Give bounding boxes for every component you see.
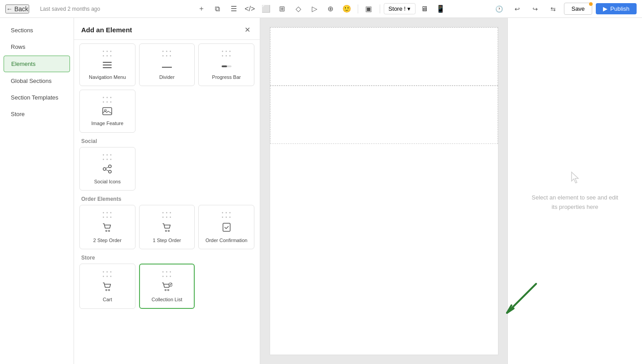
back-button[interactable]: ← Back — [5, 4, 29, 13]
element-card-navigation-menu[interactable]: • • •• • • Navigation Menu — [79, 43, 135, 86]
add-element-btn[interactable]: ＋ — [194, 2, 209, 16]
element-card-divider[interactable]: • • •• • • Divider — [139, 43, 195, 86]
svg-point-19 — [109, 290, 110, 291]
element-card-1-step-order[interactable]: • • •• • • 1 Step Order — [139, 205, 195, 249]
redo-btn[interactable]: ↪ — [528, 2, 542, 16]
card-dots: • • •• • • — [222, 49, 231, 58]
svg-point-14 — [109, 230, 110, 231]
panel-toggle-btn[interactable]: ▣ — [362, 2, 376, 16]
panel-close-button[interactable]: ✕ — [242, 24, 253, 35]
image-feature-label: Image Feature — [92, 120, 124, 126]
navigation-menu-icon — [102, 61, 112, 71]
element-card-social-icons[interactable]: • • •• • • Social Icons — [79, 147, 135, 191]
2-step-order-label: 2 Step Order — [93, 237, 122, 243]
element-card-cart[interactable]: • • •• • • Cart — [79, 264, 135, 309]
sidebar-item-section-templates[interactable]: Section Templates — [4, 90, 70, 105]
social-elements-grid: • • •• • • Social Icons — [79, 147, 254, 191]
shapes-btn[interactable]: ◇ — [291, 2, 306, 16]
emoji-btn[interactable]: 🙂 — [340, 2, 354, 16]
svg-point-9 — [103, 168, 106, 170]
back-label: Back — [14, 5, 28, 13]
card-dots: • • •• • • — [162, 211, 171, 220]
undo-btn[interactable]: ↩ — [510, 2, 524, 16]
2-step-order-icon — [102, 222, 112, 234]
canvas-row-1 — [270, 27, 498, 86]
right-panel-hint: Select an element to see and edit its pr… — [530, 193, 620, 212]
collection-list-label: Collection List — [152, 296, 182, 303]
save-label: Save — [572, 5, 585, 12]
pages-btn[interactable]: ☰ — [227, 2, 241, 16]
element-card-progress-bar[interactable]: • • •• • • Progress Bar — [198, 43, 254, 86]
topbar: ← Back Last saved 2 months ago ＋ ⧉ ☰ </>… — [0, 0, 642, 18]
right-properties-panel: Select an element to see and edit its pr… — [507, 18, 642, 364]
layout-btn[interactable]: ⬜ — [259, 2, 273, 16]
publish-button[interactable]: ▶ Publish — [596, 3, 637, 14]
tablet-device-btn[interactable]: 📱 — [433, 2, 448, 16]
svg-point-15 — [165, 230, 166, 231]
divider-label: Divider — [159, 74, 175, 80]
image-feature-icon — [102, 107, 112, 117]
back-arrow-icon: ← — [6, 5, 13, 13]
element-card-order-confirmation[interactable]: • • •• • • Order Confirmation — [198, 205, 254, 249]
media-btn[interactable]: ▷ — [307, 2, 322, 16]
canvas-empty-area — [270, 144, 498, 278]
sidebar-item-global-sections[interactable]: Global Sections — [4, 73, 70, 89]
panel-header: Add an Element ✕ — [74, 18, 260, 40]
history-btn[interactable]: 🕐 — [492, 2, 507, 16]
element-card-2-step-order[interactable]: • • •• • • 2 Step Order — [79, 205, 135, 249]
progress-bar-label: Progress Bar — [212, 74, 241, 80]
order-confirmation-label: Order Confirmation — [205, 237, 248, 243]
svg-rect-3 — [162, 67, 172, 68]
cart-icon — [102, 282, 112, 294]
last-saved-text: Last saved 2 months ago — [40, 6, 100, 12]
svg-point-13 — [106, 230, 107, 231]
toolbar-center: ＋ ⧉ ☰ </> ⬜ ⊞ ◇ ▷ ⊕ 🙂 ▣ Store ! ▾ 🖥 📱 — [194, 2, 448, 16]
svg-point-21 — [167, 290, 169, 291]
canvas-row-2 — [270, 86, 498, 144]
1-step-order-icon — [162, 222, 172, 234]
social-icons-icon — [102, 165, 113, 176]
code-btn[interactable]: </> — [243, 2, 257, 16]
element-card-collection-list[interactable]: • • •• • • Collection List — [139, 264, 195, 309]
element-card-image-feature[interactable]: • • •• • • Image Feature — [79, 90, 135, 132]
integrations-btn[interactable]: ⊕ — [323, 2, 338, 16]
svg-rect-5 — [222, 65, 227, 67]
left-sidebar: Sections Rows Elements Global Sections S… — [0, 18, 74, 364]
publish-label: Publish — [610, 5, 629, 12]
card-dots: • • •• • • — [162, 270, 171, 279]
card-dots: • • •• • • — [103, 211, 112, 220]
save-button[interactable]: Save — [564, 3, 593, 15]
grid-btn[interactable]: ⊞ — [275, 2, 289, 16]
desktop-device-btn[interactable]: 🖥 — [417, 2, 432, 16]
topbar-right: 🕐 ↩ ↪ ⇆ Save ▶ Publish — [492, 2, 637, 16]
svg-rect-1 — [103, 65, 112, 65]
sidebar-item-store[interactable]: Store — [4, 106, 70, 122]
add-element-panel: Add an Element ✕ • • •• • • Navigation M… — [74, 18, 260, 364]
settings-btn[interactable]: ⇆ — [546, 2, 560, 16]
sidebar-item-elements[interactable]: Elements — [4, 56, 70, 72]
svg-rect-6 — [103, 108, 112, 115]
svg-line-11 — [106, 167, 109, 168]
publish-icon: ▶ — [603, 5, 607, 12]
svg-rect-0 — [103, 62, 112, 63]
svg-point-18 — [106, 290, 107, 291]
canvas-frame — [270, 27, 498, 355]
sidebar-item-sections[interactable]: Sections — [4, 22, 70, 38]
panel-title: Add an Element — [81, 26, 132, 34]
sidebar-item-rows[interactable]: Rows — [4, 39, 70, 55]
order-confirmation-icon — [222, 222, 231, 234]
divider-icon — [162, 61, 172, 71]
layers-btn[interactable]: ⧉ — [210, 2, 225, 16]
1-step-order-label: 1 Step Order — [153, 237, 181, 243]
main-layout: Sections Rows Elements Global Sections S… — [0, 18, 642, 364]
svg-point-7 — [105, 109, 106, 111]
canvas-area — [260, 18, 507, 364]
cart-label: Cart — [103, 296, 112, 303]
card-dots: • • •• • • — [222, 211, 231, 220]
toolbar-divider — [358, 4, 358, 13]
store-selector[interactable]: Store ! ▾ — [384, 3, 415, 14]
toolbar-divider-2 — [380, 4, 380, 13]
order-elements-grid: • • •• • • 2 Step Order • • •• • • — [79, 205, 254, 249]
unsaved-indicator — [589, 2, 593, 6]
order-elements-label: Order Elements — [81, 196, 254, 202]
